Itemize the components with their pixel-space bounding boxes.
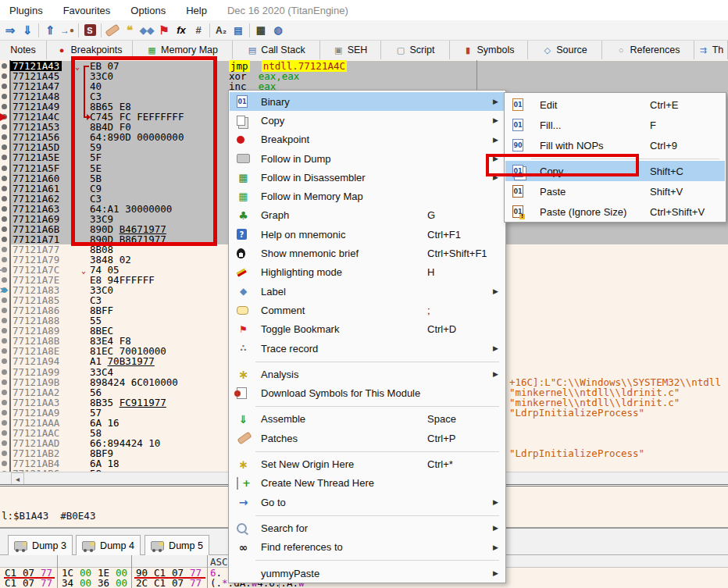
hash-icon[interactable]: # <box>190 22 207 39</box>
breakpoint-dot[interactable] <box>2 226 7 232</box>
menu-item-paste[interactable]: 01PasteShift+V <box>505 181 725 201</box>
breakpoint-dot[interactable] <box>2 237 7 242</box>
breakpoint-dot[interactable] <box>2 94 7 99</box>
breakpoint-dot[interactable] <box>2 451 7 456</box>
breakpoint-dot[interactable] <box>2 206 7 212</box>
linked-address[interactable]: B8671977 <box>120 233 166 245</box>
tab-source[interactable]: ◇Source <box>528 41 602 59</box>
menu-item-search-for[interactable]: Search for▶ <box>230 519 505 537</box>
tab-notes[interactable]: Notes <box>0 41 47 59</box>
breakpoint-dot[interactable] <box>2 328 7 333</box>
breakpoint-dot[interactable] <box>2 348 7 354</box>
menu-item-comment[interactable]: Comment; <box>230 301 505 319</box>
tab-references[interactable]: ○References <box>602 41 694 59</box>
breakpoint-dot[interactable] <box>2 155 7 160</box>
breakpoint-dot[interactable] <box>2 186 7 191</box>
breakpoint-dot[interactable] <box>2 73 7 79</box>
breakpoint-dot[interactable] <box>2 257 7 262</box>
tab-symbols[interactable]: ▮Symbols <box>450 41 528 59</box>
breakpoint-dot[interactable] <box>2 410 7 415</box>
labels-icon[interactable]: ◆◆ <box>138 22 155 39</box>
log-icon[interactable]: ▤ <box>230 22 247 39</box>
pause-icon[interactable]: ⇓ <box>19 22 36 39</box>
tab-dump-3[interactable]: Dump 3 <box>8 535 73 555</box>
menu-item-create-new-thread-here[interactable]: +Create New Thread Here <box>230 474 505 493</box>
breakpoint-dot[interactable] <box>2 369 7 375</box>
bookmarks-icon[interactable]: ⚑ <box>155 22 173 39</box>
menu-item-fill-with-nops[interactable]: 90Fill with NOPsCtrl+9 <box>505 135 725 155</box>
menu-item-set-new-origin-here[interactable]: ∗Set New Origin HereCtrl+* <box>230 454 505 473</box>
menu-item-graph[interactable]: ♣GraphG <box>230 206 505 225</box>
menu-item-highlighting-mode[interactable]: Highlighting modeH <box>230 263 505 282</box>
menu-item-label[interactable]: ◆Label▶ <box>230 282 505 301</box>
breakpoint-dot[interactable] <box>2 166 7 171</box>
menu-help[interactable]: Help <box>186 5 207 16</box>
menu-item-fill-[interactable]: 01Fill...F <box>505 115 725 135</box>
menu-item-assemble[interactable]: ⇓AssembleSpace <box>230 410 505 429</box>
breakpoint-dot[interactable] <box>2 104 7 109</box>
breakpoint-dot[interactable] <box>2 196 7 201</box>
tab-call-stack[interactable]: ▤Call Stack <box>233 41 320 59</box>
breakpoint-dot[interactable] <box>2 318 7 323</box>
menu-item-toggle-bookmark[interactable]: ⚑Toggle BookmarkCtrl+D <box>230 320 505 339</box>
menu-item-follow-in-dump[interactable]: Follow in Dump▶ <box>230 149 505 168</box>
breakpoint-dot[interactable] <box>2 176 7 181</box>
menu-item-analysis[interactable]: ∗Analysis▶ <box>230 365 505 383</box>
breakpoint-dot[interactable] <box>2 390 7 395</box>
tab-th[interactable]: ⇉Th <box>694 41 728 59</box>
tab-dump-5[interactable]: Dump 5 <box>145 535 209 555</box>
linked-address[interactable]: FC911977 <box>120 397 166 408</box>
menu-item-copy[interactable]: Copy▶ <box>230 111 505 130</box>
menu-item-breakpoint[interactable]: Breakpoint▶ <box>230 130 505 149</box>
menu-item-edit[interactable]: 01EditCtrl+E <box>505 94 725 115</box>
menu-item-binary[interactable]: 01Binary▶ <box>230 92 505 111</box>
breakpoint-dot[interactable] <box>2 461 7 466</box>
tab-dump-4[interactable]: Dump 4 <box>76 535 141 555</box>
menu-plugins[interactable]: Plugins <box>9 5 43 16</box>
patches-icon[interactable] <box>104 22 121 39</box>
breakpoint-dot[interactable] <box>2 144 7 150</box>
breakpoint-dot[interactable] <box>2 420 7 426</box>
breakpoint-dot[interactable] <box>2 308 7 313</box>
breakpoint-dot[interactable] <box>2 400 7 405</box>
calculator-icon[interactable]: ▦ <box>252 22 269 39</box>
run-icon[interactable]: ⇒ <box>2 22 19 39</box>
menu-item-find-references-to[interactable]: ∞Find references to▶ <box>230 538 505 557</box>
breakpoint-dot[interactable] <box>2 84 7 89</box>
menu-item-trace-record[interactable]: ∴Trace record▶ <box>230 339 505 358</box>
breakpoint-dot[interactable] <box>2 216 7 222</box>
globe-icon[interactable]: ◍ <box>269 22 287 39</box>
menu-item-paste-ignore-size-[interactable]: 01Paste (Ignore Size)Ctrl+Shift+V <box>505 201 725 222</box>
menu-item-patches[interactable]: PatchesCtrl+P <box>230 429 505 447</box>
breakpoint-dot[interactable] <box>2 440 7 446</box>
script-icon[interactable]: S <box>81 22 98 39</box>
tab-script[interactable]: ▢Script <box>381 41 450 59</box>
breakpoint-dot[interactable] <box>2 358 7 364</box>
comments-icon[interactable]: ❝ <box>121 22 138 39</box>
breakpoint-dot[interactable] <box>2 380 7 385</box>
tab-seh[interactable]: ▣SEH <box>320 41 381 59</box>
breakpoint-dot[interactable] <box>2 247 7 252</box>
breakpoint-dot[interactable] <box>2 277 7 283</box>
breakpoint-dot[interactable] <box>2 134 7 140</box>
menu-favourites[interactable]: Favourites <box>63 5 111 16</box>
menu-item-download-symbols-for-this-module[interactable]: Download Symbols for This Module <box>230 384 505 403</box>
breakpoint-dot[interactable] <box>2 124 7 130</box>
breakpoint-dot[interactable] <box>2 430 7 436</box>
breakpoint-dot[interactable] <box>2 338 7 344</box>
functions-icon[interactable]: fx <box>173 22 190 39</box>
run-to-user-icon[interactable]: →● <box>59 22 76 39</box>
breakpoint-dot[interactable] <box>2 63 7 69</box>
menu-item-help-on-mnemonic[interactable]: ?Help on mnemonicCtrl+F1 <box>230 225 505 244</box>
menu-options[interactable]: Options <box>130 5 166 16</box>
scroll-left-button[interactable]: ◂ <box>11 472 24 485</box>
menu-item-follow-in-disassembler[interactable]: ▦Follow in Disassembler▶ <box>230 168 505 187</box>
tab-memory-map[interactable]: ▦Memory Map <box>133 41 233 59</box>
menu-item-show-mnemonic-brief[interactable]: Show mnemonic briefCtrl+Shift+F1 <box>230 244 505 262</box>
linked-address[interactable]: 70B31977 <box>108 355 155 367</box>
restart-icon[interactable]: ⇑ <box>41 22 59 39</box>
menu-item-go-to[interactable]: →Go to▶ <box>230 493 505 511</box>
appearance-icon[interactable]: A₂ <box>212 22 230 39</box>
disasm-row[interactable]: 77121A4533C0 <box>0 71 728 81</box>
tab-breakpoints[interactable]: ●Breakpoints <box>47 41 133 59</box>
